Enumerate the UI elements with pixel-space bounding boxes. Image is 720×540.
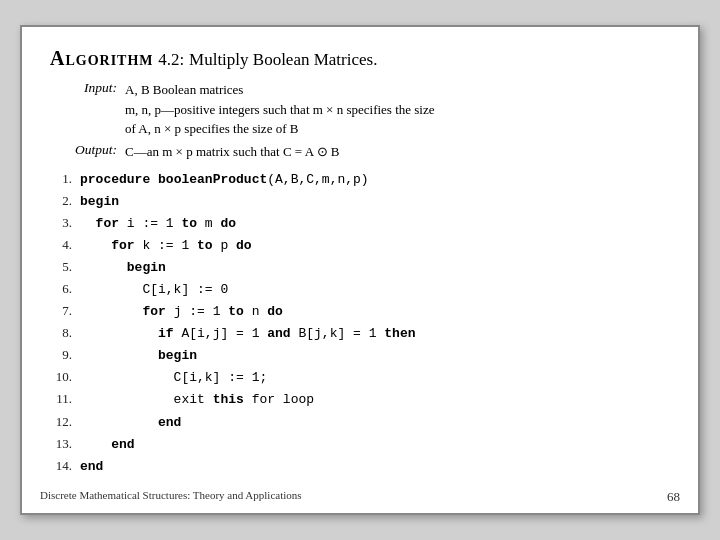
code-line-8: 8. if A[i,j] = 1 and B[j,k] = 1 then	[50, 322, 670, 344]
code-line-4: 4. for k := 1 to p do	[50, 234, 670, 256]
code-line-13: 13. end	[50, 433, 670, 455]
footer: Discrete Mathematical Structures: Theory…	[22, 489, 698, 505]
input-content: A, B Boolean matrices m, n, p—positive i…	[125, 80, 435, 139]
code-line-6: 6. C[i,k] := 0	[50, 278, 670, 300]
output-row: Output: C—an m × p matrix such that C = …	[50, 142, 670, 162]
algorithm-title: Algorithm 4.2: Multiply Boolean Matrices…	[50, 47, 670, 70]
input-line-2: m, n, p—positive integers such that m × …	[125, 100, 435, 120]
input-line-3: of A, n × p specifies the size of B	[125, 119, 435, 139]
output-content: C—an m × p matrix such that C = A ⊙ B	[125, 142, 340, 162]
input-label: Input:	[50, 80, 125, 96]
slide-container: Algorithm 4.2: Multiply Boolean Matrices…	[20, 25, 700, 515]
algorithm-number: 4.2:	[158, 50, 184, 69]
code-line-11: 11. exit this for loop	[50, 388, 670, 410]
footer-page: 68	[667, 489, 680, 505]
output-label: Output:	[50, 142, 125, 158]
input-line-1: A, B Boolean matrices	[125, 80, 435, 100]
code-line-9: 9. begin	[50, 344, 670, 366]
code-block: 1. procedure booleanProduct(A,B,C,m,n,p)…	[50, 168, 670, 477]
algorithm-word: Algorithm	[50, 47, 154, 69]
code-line-7: 7. for j := 1 to n do	[50, 300, 670, 322]
code-line-1: 1. procedure booleanProduct(A,B,C,m,n,p)	[50, 168, 670, 190]
code-line-2: 2. begin	[50, 190, 670, 212]
code-line-10: 10. C[i,k] := 1;	[50, 366, 670, 388]
code-line-12: 12. end	[50, 411, 670, 433]
algorithm-description: Multiply Boolean Matrices.	[189, 50, 377, 69]
code-line-5: 5. begin	[50, 256, 670, 278]
input-row: Input: A, B Boolean matrices m, n, p—pos…	[50, 80, 670, 139]
code-line-14: 14. end	[50, 455, 670, 477]
footer-title: Discrete Mathematical Structures: Theory…	[40, 489, 302, 505]
code-line-3: 3. for i := 1 to m do	[50, 212, 670, 234]
